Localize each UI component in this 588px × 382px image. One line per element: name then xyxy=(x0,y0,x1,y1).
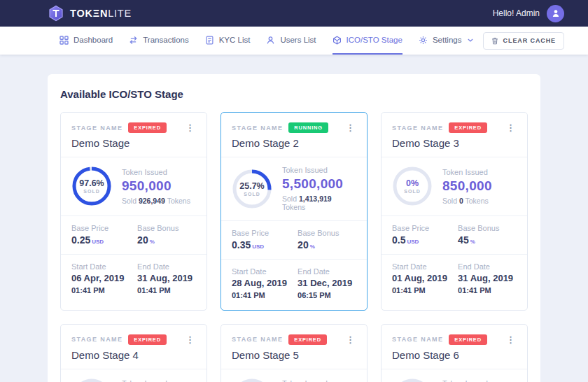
sold-caption: SOLD xyxy=(83,189,99,194)
card-menu-icon[interactable]: ⋮ xyxy=(344,335,356,344)
start-date-label: Start Date xyxy=(232,267,293,276)
end-date-label: End Date xyxy=(298,267,356,276)
percent-unit: % xyxy=(470,239,475,245)
user-icon xyxy=(266,36,275,45)
card-menu-icon[interactable]: ⋮ xyxy=(505,335,517,344)
end-date-value: 31 Aug, 2019 01:41 PM xyxy=(458,273,517,297)
clear-cache-button[interactable]: CLEAR CACHE xyxy=(483,32,564,50)
sold-progress-ring: 0% SOLD xyxy=(392,166,433,206)
token-issued-label: Token Issued xyxy=(122,379,172,382)
chevron-down-icon xyxy=(468,38,473,42)
stage-card: STAGE NAME EXPIRED ⋮ Demo Stage 97.6% SO… xyxy=(60,112,207,311)
stage-name-label: STAGE NAME xyxy=(232,125,283,132)
start-date-value: 06 Apr, 2019 01:41 PM xyxy=(71,273,133,297)
card-menu-icon[interactable]: ⋮ xyxy=(505,123,517,132)
token-issued-label: Token Issued xyxy=(282,379,332,382)
brand-logo[interactable]: TOKΞNLITE xyxy=(48,5,132,22)
card-menu-icon[interactable]: ⋮ xyxy=(184,123,196,132)
nav-item-settings[interactable]: Settings xyxy=(419,27,474,55)
stage-card: STAGE NAME RUNNING ⋮ Demo Stage 2 25.7% … xyxy=(220,112,368,311)
base-bonus-value: 45% xyxy=(458,234,517,246)
main-content: Available ICO/STO Stage STAGE NAME EXPIR… xyxy=(0,55,588,382)
stage-name-label: STAGE NAME xyxy=(392,125,443,132)
end-date-value: 31 Aug, 2019 01:41 PM xyxy=(137,273,196,297)
start-date-value: 01 Aug, 2019 01:41 PM xyxy=(392,273,454,297)
hexagon-logo-icon xyxy=(48,5,64,22)
page-title: Available ICO/STO Stage xyxy=(60,88,528,100)
trash-icon xyxy=(491,37,498,45)
greeting-text: Hello! Admin xyxy=(493,8,540,18)
brand-name: TOKΞNLITE xyxy=(70,8,132,19)
percent-unit: % xyxy=(310,243,315,250)
usd-unit: USD xyxy=(92,239,104,245)
status-badge: EXPIRED xyxy=(288,334,327,345)
start-date-value: 28 Aug, 2019 01:41 PM xyxy=(232,278,293,302)
stage-title: Demo Stage xyxy=(71,137,196,149)
sold-progress-ring: 0% SOLD xyxy=(392,378,433,382)
status-badge: EXPIRED xyxy=(449,334,487,345)
base-price-label: Base Price xyxy=(392,224,454,232)
status-badge: EXPIRED xyxy=(128,122,167,133)
token-issued-label: Token Issued xyxy=(442,379,492,382)
usd-unit: USD xyxy=(407,239,419,245)
status-badge: RUNNING xyxy=(288,122,328,133)
sold-percent: 0% xyxy=(406,178,419,188)
base-price-value: 0.25USD xyxy=(71,234,133,246)
sold-tokens-line: Sold 0 Tokens xyxy=(442,197,492,205)
sold-percent: 97.6% xyxy=(79,178,104,188)
end-date-label: End Date xyxy=(458,262,517,271)
base-bonus-value: 20% xyxy=(298,239,356,250)
gear-icon xyxy=(419,36,428,45)
stage-title: Demo Stage 5 xyxy=(232,349,356,361)
token-issued-value: 850,000 xyxy=(442,178,492,194)
base-bonus-label: Base Bonus xyxy=(137,224,196,232)
stage-title: Demo Stage 4 xyxy=(71,349,196,361)
main-navbar: Dashboard Transactions KYC List Users Li… xyxy=(0,27,588,55)
token-issued-label: Token Issued xyxy=(122,168,190,176)
nav-item-ico-sto-stage[interactable]: ICO/STO Stage xyxy=(332,27,402,55)
percent-unit: % xyxy=(150,239,155,245)
sold-percent: 25.7% xyxy=(239,181,264,191)
stage-card: STAGE NAME EXPIRED ⋮ Demo Stage 5 0% SOL… xyxy=(220,324,368,382)
stage-name-label: STAGE NAME xyxy=(71,125,122,132)
cards-grid: STAGE NAME EXPIRED ⋮ Demo Stage 97.6% SO… xyxy=(60,112,528,382)
base-bonus-label: Base Bonus xyxy=(298,229,356,237)
base-price-label: Base Price xyxy=(232,229,293,237)
token-issued-value: 950,000 xyxy=(122,178,190,194)
nav-item-dashboard[interactable]: Dashboard xyxy=(59,27,113,55)
user-avatar[interactable] xyxy=(547,5,564,22)
card-menu-icon[interactable]: ⋮ xyxy=(344,123,356,132)
sold-progress-ring: 97.6% SOLD xyxy=(71,166,112,206)
base-price-value: 0.35USD xyxy=(232,239,293,250)
stage-card: STAGE NAME EXPIRED ⋮ Demo Stage 3 0% SOL… xyxy=(381,112,528,311)
stages-panel: Available ICO/STO Stage STAGE NAME EXPIR… xyxy=(48,74,540,382)
stage-title: Demo Stage 3 xyxy=(392,137,517,149)
sold-amount: 1,413,919 xyxy=(299,194,332,203)
stage-name-label: STAGE NAME xyxy=(392,336,443,343)
nav-item-kyc-list[interactable]: KYC List xyxy=(205,27,251,55)
nav-item-users-list[interactable]: Users List xyxy=(266,27,316,55)
stage-title: Demo Stage 6 xyxy=(392,349,517,361)
status-badge: EXPIRED xyxy=(449,122,487,133)
base-price-label: Base Price xyxy=(71,224,133,232)
base-bonus-value: 20% xyxy=(137,234,196,246)
start-date-label: Start Date xyxy=(71,262,133,271)
sold-progress-ring: 25.7% SOLD xyxy=(232,169,272,209)
end-date-label: End Date xyxy=(137,262,196,271)
sold-tokens-line: Sold 926,949 Tokens xyxy=(122,197,190,205)
document-list-icon xyxy=(205,36,214,45)
topbar: TOKΞNLITE Hello! Admin xyxy=(0,0,588,27)
token-issued-value: 5,500,000 xyxy=(282,176,356,192)
sold-amount: 0 xyxy=(459,197,463,205)
nav-item-transactions[interactable]: Transactions xyxy=(129,27,188,55)
base-price-value: 0.5USD xyxy=(392,234,454,246)
stage-title: Demo Stage 2 xyxy=(232,137,356,149)
stage-card: STAGE NAME EXPIRED ⋮ Demo Stage 6 0% SOL… xyxy=(381,324,528,382)
person-icon xyxy=(551,8,561,18)
dashboard-grid-icon xyxy=(59,36,69,45)
sold-caption: SOLD xyxy=(404,189,420,194)
stage-name-label: STAGE NAME xyxy=(232,336,283,343)
sold-progress-ring: 0% SOLD xyxy=(71,378,112,382)
card-menu-icon[interactable]: ⋮ xyxy=(184,335,196,344)
stage-card: STAGE NAME EXPIRED ⋮ Demo Stage 4 0% SOL… xyxy=(60,324,207,382)
